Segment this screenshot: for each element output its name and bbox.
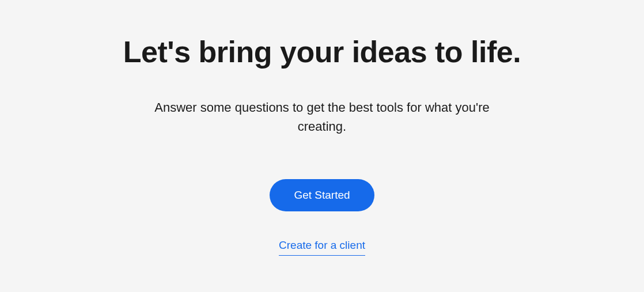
page-heading: Let's bring your ideas to life. — [123, 35, 521, 69]
get-started-button[interactable]: Get Started — [270, 179, 374, 211]
page-subheading: Answer some questions to get the best to… — [138, 98, 506, 136]
create-for-client-link[interactable]: Create for a client — [279, 239, 365, 256]
